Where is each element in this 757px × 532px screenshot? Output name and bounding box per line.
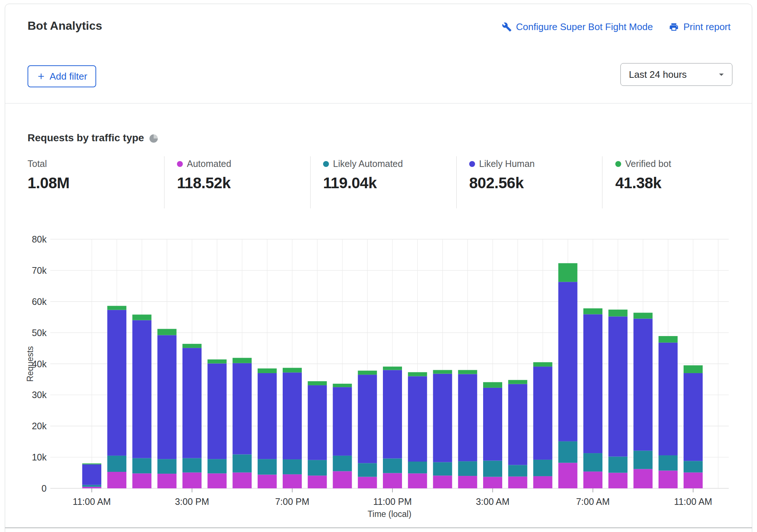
y-axis-tick-label: 60k xyxy=(32,296,47,307)
bar-segment-likely-automated xyxy=(358,463,377,477)
printer-icon xyxy=(669,22,679,32)
bar-segment-automated xyxy=(82,487,101,488)
bar-segment-likely-automated xyxy=(558,441,577,463)
stat-likely-automated: Likely Automated 119.04k xyxy=(323,158,403,192)
stat-divider xyxy=(164,156,164,208)
bar-segment-likely-human xyxy=(533,367,553,460)
bar-segment-likely-human xyxy=(133,320,152,458)
bar-segment-automated xyxy=(283,474,302,488)
bar-segment-likely-automated xyxy=(182,458,202,473)
bar-segment-likely-human xyxy=(207,364,227,459)
bar-segment-likely-human xyxy=(283,372,302,459)
x-axis-tick-label: 7:00 AM xyxy=(576,496,610,507)
y-axis-tick-label: 10k xyxy=(32,452,47,462)
bar-segment-automated xyxy=(433,475,452,488)
page-title: Bot Analytics xyxy=(28,19,102,33)
bar-segment-likely-human xyxy=(458,374,477,462)
stat-verified-bot-value: 41.38k xyxy=(615,174,671,192)
bar-segment-automated xyxy=(383,473,402,488)
pie-chart-icon xyxy=(149,134,158,143)
stat-divider xyxy=(456,156,457,208)
bar-segment-likely-human xyxy=(182,348,202,458)
bar-segment-likely-human xyxy=(258,373,277,459)
time-range-value: Last 24 hours xyxy=(629,69,716,80)
configure-super-bot-fight-mode-link[interactable]: Configure Super Bot Fight Mode xyxy=(502,21,653,33)
bar-segment-likely-automated xyxy=(583,453,602,471)
header-divider xyxy=(5,103,752,103)
bar-segment-verified-bot xyxy=(233,358,252,363)
stat-likely-automated-value: 119.04k xyxy=(323,174,403,192)
y-axis-tick-label: 70k xyxy=(32,265,47,276)
stat-divider xyxy=(602,156,602,208)
bar-segment-verified-bot xyxy=(684,365,703,373)
bar-segment-likely-human xyxy=(408,376,427,462)
bar-segment-verified-bot xyxy=(333,384,352,387)
bar-segment-likely-human xyxy=(634,318,653,451)
bar-segment-likely-human xyxy=(107,310,126,456)
bar-segment-verified-bot xyxy=(383,367,402,370)
bar-segment-verified-bot xyxy=(283,368,302,373)
bar-segment-verified-bot xyxy=(182,344,202,348)
bar-segment-likely-automated xyxy=(634,451,653,469)
bar-segment-automated xyxy=(408,473,427,488)
bar-segment-automated xyxy=(358,477,377,488)
bar-segment-verified-bot xyxy=(157,329,177,335)
bar-segment-likely-human xyxy=(608,316,627,456)
section-title: Requests by traffic type xyxy=(28,132,158,144)
bar-segment-verified-bot xyxy=(608,310,627,317)
bar-segment-verified-bot xyxy=(133,314,152,320)
bar-segment-verified-bot xyxy=(659,336,678,343)
bar-segment-automated xyxy=(182,473,202,488)
bar-segment-likely-automated xyxy=(82,485,101,487)
bar-segment-likely-automated xyxy=(433,462,452,475)
wrench-icon xyxy=(502,22,512,32)
likely-human-dot xyxy=(469,161,475,167)
automated-dot xyxy=(177,161,183,167)
bar-segment-likely-human xyxy=(233,363,252,455)
bar-segment-verified-bot xyxy=(458,370,477,374)
bar-segment-likely-automated xyxy=(233,454,252,472)
bar-segment-likely-human xyxy=(308,385,327,460)
bar-segment-automated xyxy=(207,473,227,488)
x-axis-tick-label: 11:00 AM xyxy=(674,496,712,507)
stat-total: Total 1.08M xyxy=(28,158,69,192)
bar-segment-likely-human xyxy=(583,314,602,453)
bar-segment-likely-human xyxy=(157,335,177,459)
bar-segment-verified-bot xyxy=(408,372,427,376)
bar-segment-likely-human xyxy=(333,387,352,456)
bar-segment-automated xyxy=(634,469,653,488)
bar-segment-likely-automated xyxy=(659,455,678,471)
x-axis-tick-label: 3:00 AM xyxy=(476,496,510,507)
verified-bot-dot xyxy=(615,161,621,167)
bar-segment-automated xyxy=(458,476,477,488)
bar-segment-automated xyxy=(483,477,502,488)
bar-segment-verified-bot xyxy=(308,381,327,385)
bar-segment-automated xyxy=(233,473,252,488)
y-axis-tick-label: 0 xyxy=(41,483,47,493)
time-range-dropdown[interactable]: Last 24 hours xyxy=(620,63,732,86)
x-axis-tick-label: 7:00 PM xyxy=(275,496,309,507)
bar-segment-verified-bot xyxy=(258,368,277,373)
bar-segment-likely-human xyxy=(508,384,527,465)
add-filter-button[interactable]: Add filter xyxy=(28,65,96,87)
bar-segment-likely-automated xyxy=(283,459,302,474)
stat-verified-bot: Verified bot 41.38k xyxy=(615,158,671,192)
bar-segment-verified-bot xyxy=(508,380,527,384)
bar-segment-verified-bot xyxy=(558,263,577,282)
bar-segment-verified-bot xyxy=(358,371,377,375)
x-axis-title: Time (local) xyxy=(367,509,411,519)
bar-segment-likely-automated xyxy=(207,459,227,473)
bar-segment-likely-automated xyxy=(258,459,277,474)
y-axis-tick-label: 20k xyxy=(32,421,47,431)
bar-segment-verified-bot xyxy=(533,362,553,367)
bar-segment-likely-automated xyxy=(608,456,627,473)
bar-segment-likely-human xyxy=(82,464,101,485)
likely-automated-dot xyxy=(323,161,329,167)
bar-segment-automated xyxy=(558,463,577,488)
y-axis-tick-label: 30k xyxy=(32,390,47,400)
bar-segment-likely-automated xyxy=(383,459,402,473)
x-axis-tick-label: 11:00 AM xyxy=(73,496,111,507)
stat-likely-human-value: 802.56k xyxy=(469,174,535,192)
bar-segment-likely-automated xyxy=(408,462,427,473)
print-report-link[interactable]: Print report xyxy=(669,21,731,33)
